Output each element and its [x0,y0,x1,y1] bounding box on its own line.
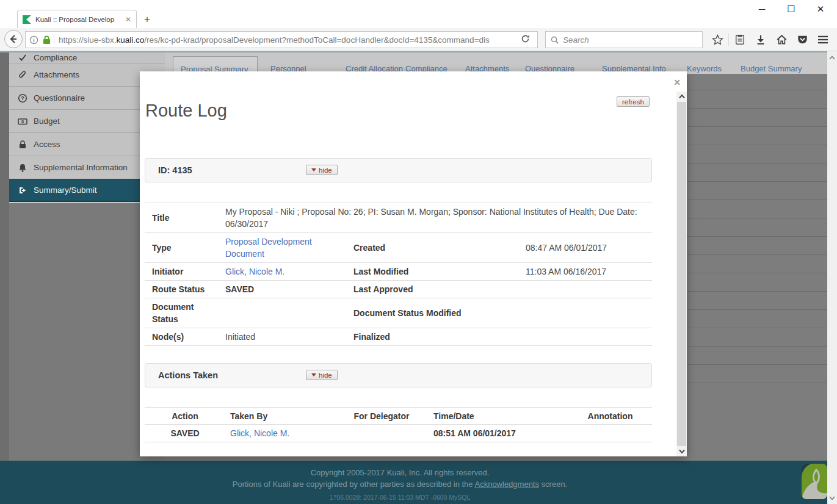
dialog-title: Route Log [145,101,227,121]
paperclip-icon [18,70,27,80]
url-bar[interactable]: https://siue-sbx.kuali.co/res/kc-pd-krad… [25,31,538,48]
id-section-header: ID: 4135 hide [145,158,652,182]
footer-copyright: Copyright 2005-2017 Kuali, Inc. All righ… [0,468,800,477]
title-value: My Proposal - Niki ; Proposal No: 26; PI… [217,206,652,230]
search-placeholder: Search [563,35,589,45]
svg-text:?: ? [21,95,24,101]
downloads-icon[interactable] [750,34,771,45]
time-date-value: 08:51 AM 06/01/2017 [433,428,568,438]
window-close-icon[interactable]: ✕ [815,4,826,15]
last-modified-value: 11:03 AM 06/16/2017 [516,265,652,278]
browser-titlebar: Kuali :: Proposal Developme ✕ + ─ ☐ ✕ [0,0,837,28]
chevron-down-icon [311,373,316,376]
bookmarks-panel-icon[interactable] [730,34,750,45]
kuali-logo [802,464,827,499]
page-tabstrip: Proposal Summary Personnel Credit Alloca… [165,52,827,74]
menu-hamburger-icon[interactable] [813,35,833,45]
tab-close-icon[interactable]: ✕ [125,15,131,24]
dialog-scroll-down-icon[interactable] [676,447,687,456]
acknowledgments-link[interactable]: Acknowledgments [474,480,539,489]
search-input[interactable]: Search [545,31,703,48]
sidebar-item-compliance[interactable]: Compliance [9,52,165,63]
question-circle-icon: ? [18,93,27,103]
compliance-icon [18,52,27,62]
window-maximize-icon[interactable]: ☐ [786,4,797,15]
dialog-scroll-up-icon[interactable] [676,92,687,101]
home-icon[interactable] [771,34,792,45]
toolbar-divider [728,34,729,46]
route-log-fields: Title My Proposal - Niki ; Proposal No: … [145,203,652,346]
route-log-dialog: ✕ Route Log refresh ID: 4135 hide Title … [140,71,687,456]
footer-portions: Portions of Kuali are copyrighted by oth… [0,480,800,489]
https-lock-icon[interactable] [43,35,51,45]
dialog-close-icon[interactable]: ✕ [673,77,681,87]
field-row-document-status: Document Status Document Status Modified [145,298,652,328]
new-tab-button[interactable]: + [144,13,150,26]
page-footer: Copyright 2005-2017 Kuali, Inc. All righ… [0,461,837,504]
footer-version: 1706.0028: 2017-06-15 11:03 MDT -0600 My… [0,494,800,501]
sign-out-icon [18,185,27,195]
page-left-strip [0,51,9,461]
url-separator [54,34,54,45]
actions-taken-header: Actions Taken hide [145,363,652,387]
dialog-scrollbar-thumb[interactable] [677,102,686,446]
action-value: SAVED [145,428,225,438]
search-icon [551,36,559,44]
browser-navbar: https://siue-sbx.kuali.co/res/kc-pd-krad… [0,28,837,51]
window-minimize-icon[interactable]: ─ [756,4,767,15]
route-status-value: SAVED [217,283,346,295]
actions-taken-table: Action Taken By For Delegator Time/Date … [145,407,652,442]
back-arrow-icon [9,34,18,44]
back-button[interactable] [4,30,23,48]
hide-actions-section-button[interactable]: hide [306,370,338,380]
document-type-link[interactable]: Proposal Development Document [225,237,312,259]
nodes-value: Initiated [217,331,346,343]
field-row-initiator: Initiator Glick, Nicole M. Last Modified… [145,263,652,281]
money-icon: 0 [18,117,27,126]
tab-budget-summary[interactable]: Budget Summary [741,64,802,73]
bookmark-star-icon[interactable] [707,34,728,46]
actions-table-row: SAVED Glick, Nicole M. 08:51 AM 06/01/20… [145,425,652,442]
field-row-type: Type Proposal Development Document Creat… [145,233,652,263]
chevron-down-icon [311,168,316,171]
hide-id-section-button[interactable]: hide [306,165,338,175]
taken-by-link[interactable]: Glick, Nicole M. [230,428,289,438]
svg-text:0: 0 [21,119,24,124]
initiator-link[interactable]: Glick, Nicole M. [225,267,284,276]
url-text[interactable]: https://siue-sbx.kuali.co/res/kc-pd-krad… [59,35,490,45]
reload-button[interactable] [520,34,531,44]
tab-title: Kuali :: Proposal Developme [35,16,115,23]
actions-table-header-row: Action Taken By For Delegator Time/Date … [145,408,652,425]
page-scrollbar[interactable] [827,51,837,504]
browser-tab[interactable]: Kuali :: Proposal Developme ✕ [17,10,137,28]
pocket-icon[interactable] [792,34,813,45]
created-value: 08:47 AM 06/01/2017 [516,242,652,254]
document-id: ID: 4135 [158,165,192,175]
info-icon[interactable] [29,35,38,45]
dialog-scrollbar[interactable] [676,92,687,456]
lock-icon [18,140,27,149]
scroll-down-icon[interactable] [827,493,837,503]
refresh-button[interactable]: refresh [617,96,650,107]
actions-taken-label: Actions Taken [158,370,218,380]
scroll-up-icon[interactable] [827,52,837,62]
field-row-route-status: Route Status SAVED Last Approved [145,281,652,298]
field-row-nodes: Node(s) Initiated Finalized [145,328,652,346]
kuali-favicon [23,15,31,24]
bell-icon [18,163,27,173]
field-row-title: Title My Proposal - Niki ; Proposal No: … [145,203,652,233]
tab-keywords[interactable]: Keywords [687,64,722,73]
